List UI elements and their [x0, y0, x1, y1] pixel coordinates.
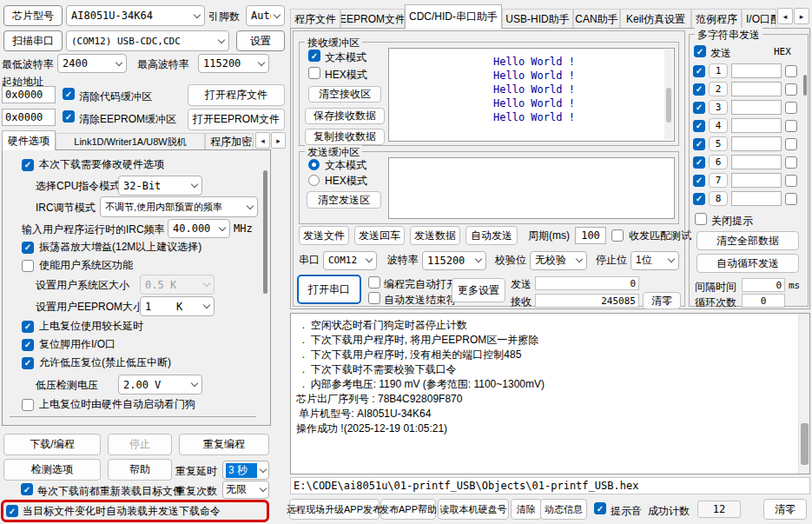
chip-model-select[interactable]: AI8051U-34K64: [66, 5, 205, 26]
multisend-number-button[interactable]: 7: [709, 173, 728, 188]
multisend-hex-checkbox[interactable]: [785, 102, 797, 114]
osc-gain-checkbox[interactable]: ✓: [22, 242, 34, 254]
eeprom-start-address-input[interactable]: [2, 109, 56, 126]
serial-port-select[interactable]: (COM12) USB-CDC,CDC: [66, 30, 229, 51]
recv-hex-mode-checkbox[interactable]: [308, 67, 320, 79]
repeat-count-select[interactable]: 无限: [222, 481, 269, 499]
period-input[interactable]: [575, 227, 606, 244]
eeprom-start-address-value[interactable]: [5, 111, 52, 123]
interval-field[interactable]: 0: [742, 278, 785, 292]
sys-size-select[interactable]: 0.5 K: [140, 275, 215, 295]
multisend-enable-checkbox[interactable]: ✓: [693, 102, 705, 114]
irc-mode-select[interactable]: 不调节,使用内部预置的频率: [100, 196, 258, 217]
modify-hw-options-checkbox[interactable]: ✓: [22, 159, 34, 171]
tab-program-encrypt[interactable]: 程序加密后: [205, 133, 254, 150]
multisend-input[interactable]: [731, 155, 782, 169]
multisend-input[interactable]: [731, 136, 782, 151]
min-baud-select[interactable]: 2400: [57, 54, 127, 73]
more-settings-button[interactable]: 更多设置: [452, 278, 505, 302]
receive-scrollbar-thumb[interactable]: [666, 88, 671, 123]
multisend-input[interactable]: [731, 63, 782, 78]
clear-send-button[interactable]: 清空发送区: [307, 191, 381, 209]
reload-before-download-checkbox[interactable]: ✓: [21, 483, 33, 495]
multisend-scrollbar[interactable]: [803, 59, 807, 207]
help-button[interactable]: 帮助: [108, 459, 172, 481]
tab-can[interactable]: CAN助手: [573, 9, 620, 29]
send-data-button[interactable]: 发送数据: [410, 226, 460, 245]
pin-count-select[interactable]: Auto: [246, 5, 285, 26]
cpu-mode-select[interactable]: 32-Bit: [118, 176, 202, 196]
multisend-input[interactable]: [731, 82, 782, 96]
settings-button[interactable]: 设置: [236, 30, 285, 51]
clear-receive-button[interactable]: 清空接收区: [308, 86, 381, 103]
multisend-hex-checkbox[interactable]: [785, 65, 797, 77]
multisend-send-all-checkbox[interactable]: ✓: [694, 45, 706, 57]
main-tab-scroll-left-button[interactable]: ◂: [777, 8, 793, 24]
tab-examples[interactable]: 范例程序: [691, 9, 742, 29]
tab-offline-download[interactable]: Link1D/Writer1A/U8W脱机: [56, 133, 205, 150]
scan-port-button[interactable]: 扫描串口: [3, 30, 63, 51]
lvr-checkbox[interactable]: ✓: [22, 357, 34, 369]
reset-as-io-checkbox[interactable]: ✓: [22, 339, 34, 351]
clear-counts-button[interactable]: 清零: [643, 292, 681, 309]
tab-usb-hid[interactable]: USB-HID助手: [502, 9, 573, 29]
dynamic-info-button[interactable]: 动态信息: [540, 499, 587, 520]
com-port-select[interactable]: COM12: [323, 251, 377, 270]
multisend-number-button[interactable]: 2: [709, 82, 728, 96]
multisend-number-button[interactable]: 5: [709, 136, 728, 151]
receive-scrollbar[interactable]: [664, 50, 673, 140]
multisend-number-button[interactable]: 6: [709, 155, 728, 169]
hex-file-path-input[interactable]: [290, 477, 810, 494]
parity-select[interactable]: 无校验: [530, 251, 587, 270]
log-scrollbar[interactable]: [798, 314, 809, 474]
multisend-enable-checkbox[interactable]: ✓: [693, 175, 705, 187]
max-baud-select[interactable]: 115200: [198, 54, 269, 73]
multisend-value[interactable]: [735, 138, 778, 150]
multisend-enable-checkbox[interactable]: ✓: [693, 120, 705, 132]
watchdog-checkbox[interactable]: [22, 399, 34, 411]
remote-upgrade-publish-button[interactable]: 远程现场升级APP发布: [289, 499, 380, 520]
log-area[interactable]: . 空闲状态时看门狗定时器停止计数 . 下次下载用户程序时, 将用户EEPROM…: [290, 313, 810, 474]
tab-io-config[interactable]: I/O口配置: [742, 9, 776, 29]
multisend-number-button[interactable]: 8: [709, 191, 728, 206]
multisend-value[interactable]: [735, 193, 778, 205]
tab-scroll-right-button[interactable]: ▸: [271, 132, 286, 149]
multisend-number-button[interactable]: 3: [709, 100, 728, 115]
user-sys-area-checkbox[interactable]: [22, 260, 34, 272]
lvd-voltage-select[interactable]: 2.00 V: [118, 375, 202, 395]
close-tip-checkbox[interactable]: [695, 213, 707, 225]
multisend-value[interactable]: [735, 120, 778, 132]
multisend-enable-checkbox[interactable]: ✓: [693, 138, 705, 150]
open-eeprom-file-button[interactable]: 打开EEPROM文件: [188, 109, 285, 130]
eeprom-size-select[interactable]: 1 K: [140, 296, 215, 316]
hex-file-path-value[interactable]: [294, 480, 807, 492]
reset-success-count-button[interactable]: 清零: [763, 499, 807, 520]
multisend-hex-checkbox[interactable]: [785, 83, 797, 96]
copy-receive-button[interactable]: 复制接收数据: [305, 129, 385, 145]
tab-keil-sim[interactable]: Keil仿真设置: [620, 9, 691, 29]
open-serial-button[interactable]: 打开串口: [297, 275, 361, 304]
multisend-hex-checkbox[interactable]: [785, 156, 797, 169]
send-file-button[interactable]: 发送文件: [299, 226, 349, 245]
auto-send-button[interactable]: 自动发送: [465, 226, 518, 245]
options-scrollbar-thumb[interactable]: [263, 170, 267, 294]
read-disk-id-button[interactable]: 读取本机硬盘号: [438, 499, 509, 520]
multisend-input[interactable]: [731, 173, 782, 188]
code-start-address-input[interactable]: [2, 86, 56, 103]
send-hex-mode-radio[interactable]: [308, 175, 320, 186]
multisend-enable-checkbox[interactable]: ✓: [693, 83, 705, 96]
receive-buffer-textarea[interactable]: Hello World ! Hello World ! Hello World …: [388, 48, 675, 142]
check-options-button[interactable]: 检测选项: [3, 459, 101, 481]
save-receive-button[interactable]: 保存接收数据: [305, 108, 385, 124]
log-scrollbar-thumb[interactable]: [801, 423, 809, 465]
multisend-value[interactable]: [735, 83, 778, 96]
period-value[interactable]: [578, 229, 603, 242]
multisend-hex-checkbox[interactable]: [785, 120, 797, 132]
tab-cdc-hid-serial[interactable]: CDC/HID-串口助手: [405, 4, 502, 29]
baud-select[interactable]: 115200: [422, 251, 486, 270]
auto-loop-send-button[interactable]: 自动循环发送: [696, 254, 799, 273]
send-buffer-textarea[interactable]: [388, 157, 675, 219]
options-scrollbar[interactable]: [263, 153, 267, 422]
irc-freq-select[interactable]: 40.000: [168, 219, 230, 238]
send-text-mode-radio[interactable]: [308, 159, 320, 170]
